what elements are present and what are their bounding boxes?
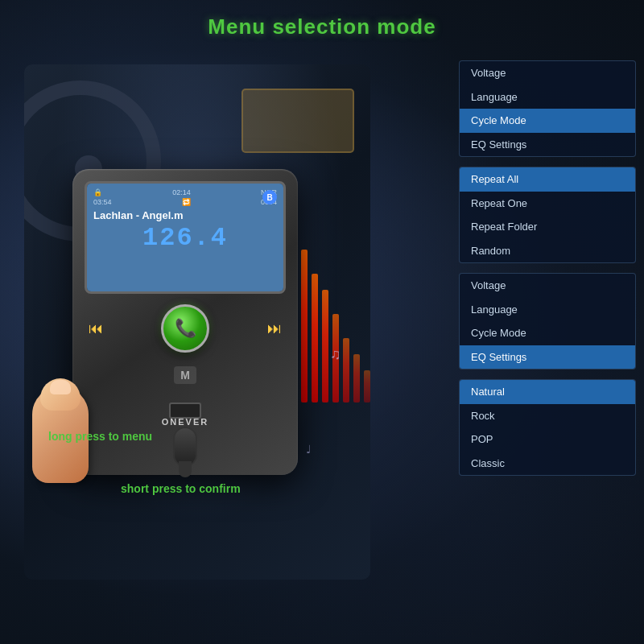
lcd-frequency: 126.4 <box>93 223 277 253</box>
menu2-item-repeat-all[interactable]: Repeat All <box>460 167 635 192</box>
music-note-2: ♫ <box>330 346 341 363</box>
menu2-item-repeat-one[interactable]: Repeat One <box>460 192 635 216</box>
music-note-3: ♩ <box>306 443 312 456</box>
finger-nail <box>50 380 71 394</box>
menu1-item-voltage[interactable]: Voltage <box>460 61 635 85</box>
page-title: Menu selection mode <box>0 14 644 39</box>
svg-rect-3 <box>301 250 308 402</box>
menu-panel-3: Voltage Language Cycle Mode EQ Settings <box>459 273 636 369</box>
green-knob-button[interactable]: 📞 <box>161 304 209 353</box>
menu3-item-language[interactable]: Language <box>460 298 635 322</box>
controls-row: ⏮ 📞 ⏭ <box>80 304 290 353</box>
menu3-item-eq[interactable]: EQ Settings <box>460 345 635 369</box>
menu2-item-repeat-folder[interactable]: Repeat Folder <box>460 215 635 239</box>
menu4-item-rock[interactable]: Rock <box>460 404 635 428</box>
svg-rect-7 <box>343 338 349 402</box>
menu1-item-language[interactable]: Language <box>460 85 635 109</box>
lcd-top-row: 🔒 02:14 NOR <box>93 188 277 196</box>
menu3-item-cycle[interactable]: Cycle Mode <box>460 321 635 345</box>
svg-rect-8 <box>353 354 360 402</box>
menu1-item-cycle[interactable]: Cycle Mode <box>460 109 635 133</box>
phone-icon: 📞 <box>175 318 196 339</box>
mode-button[interactable]: M <box>174 366 196 384</box>
menu4-item-classic[interactable]: Classic <box>460 452 635 476</box>
lcd-track-time: 03:54 <box>93 198 112 206</box>
menu-panels: Voltage Language Cycle Mode EQ Settings … <box>459 60 636 485</box>
brand-label: ONEVER <box>162 417 208 427</box>
fm-transmitter: 🔒 02:14 NOR 03:54 🔁 0004 Lachlan - Angel… <box>72 169 298 475</box>
device-container: 🔒 02:14 NOR 03:54 🔁 0004 Lachlan - Angel… <box>24 64 370 580</box>
lcd-time: 02:14 <box>172 188 191 196</box>
bottom-controls: M <box>80 366 290 384</box>
lcd-song-name: Lachlan - Angel.m <box>93 209 277 221</box>
svg-rect-4 <box>312 274 318 402</box>
lcd-screen: 🔒 02:14 NOR 03:54 🔁 0004 Lachlan - Angel… <box>85 181 286 294</box>
lcd-icon1: 🔒 <box>93 188 102 196</box>
svg-rect-5 <box>322 290 328 402</box>
long-press-label: long press to menu <box>48 430 152 443</box>
next-button[interactable]: ⏭ <box>267 320 282 337</box>
lcd-track-row: 03:54 🔁 0004 <box>93 198 277 206</box>
plug-tip <box>179 461 192 477</box>
car-plug <box>173 427 197 467</box>
menu2-item-random[interactable]: Random <box>460 239 635 263</box>
lcd-icon2: 🔁 <box>182 198 191 206</box>
menu3-item-voltage[interactable]: Voltage <box>460 274 635 298</box>
menu-panel-1: Voltage Language Cycle Mode EQ Settings <box>459 60 636 157</box>
svg-rect-9 <box>364 370 370 402</box>
menu4-item-pop[interactable]: POP <box>460 427 635 452</box>
dashboard-screen <box>242 89 354 153</box>
bluetooth-icon: B <box>262 190 277 204</box>
usb-port <box>169 402 201 419</box>
menu4-item-natural[interactable]: Natural <box>460 380 635 404</box>
menu-panel-2: Repeat All Repeat One Repeat Folder Rand… <box>459 167 636 263</box>
menu-panel-4: Natural Rock POP Classic <box>459 379 636 476</box>
lcd-inner: 🔒 02:14 NOR 03:54 🔁 0004 Lachlan - Angel… <box>87 184 283 291</box>
menu1-item-eq[interactable]: EQ Settings <box>460 133 635 157</box>
short-press-label: short press to confirm <box>121 482 241 495</box>
prev-button[interactable]: ⏮ <box>89 320 103 337</box>
